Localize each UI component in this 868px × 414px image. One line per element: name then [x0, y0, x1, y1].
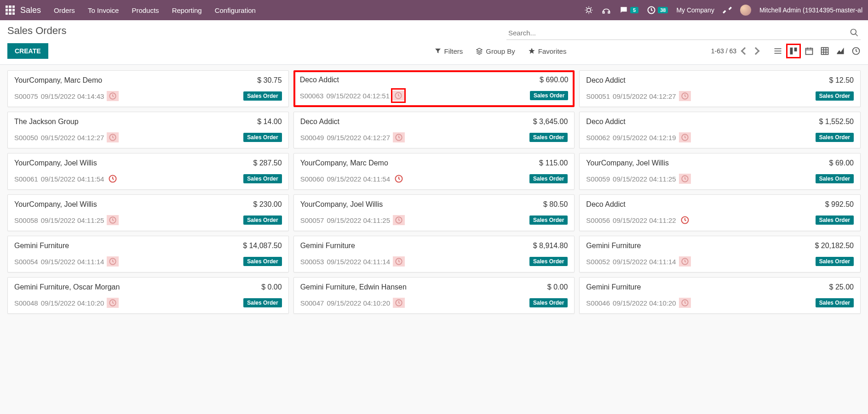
pager-text: 1-63 / 63	[711, 47, 736, 55]
pager-next[interactable]	[752, 47, 760, 55]
favorites-button[interactable]: Favorites	[528, 47, 567, 55]
nav-to-invoice[interactable]: To Invoice	[88, 6, 119, 14]
tools-icon[interactable]	[723, 6, 732, 15]
activity-clock-icon[interactable]	[393, 297, 405, 309]
activity-clock-icon[interactable]	[393, 255, 405, 267]
search-icon[interactable]	[850, 28, 859, 37]
topnav: Sales Orders To Invoice Products Reporti…	[0, 0, 868, 20]
status-badge: Sales Order	[529, 216, 568, 225]
order-reference: S00049	[300, 134, 324, 142]
activity-clock-icon[interactable]	[393, 173, 405, 185]
customer-name: Deco Addict	[586, 200, 625, 209]
kanban-card[interactable]: YourCompany, Marc Demo$ 30.75S0007509/15…	[7, 70, 289, 107]
order-reference: S00063	[300, 92, 324, 100]
control-panel: Sales Orders CREATE Filters Group By	[0, 20, 868, 65]
activity-clock-icon[interactable]	[679, 214, 691, 226]
messages-icon[interactable]: 5	[619, 6, 638, 15]
kanban-card[interactable]: Deco Addict$ 3,645.00S0004909/15/2022 04…	[293, 112, 575, 148]
kanban-card[interactable]: Gemini Furniture$ 8,914.80S0005309/15/20…	[293, 236, 575, 272]
layers-icon	[476, 47, 483, 55]
create-button[interactable]: CREATE	[7, 43, 48, 59]
activity-clock-icon[interactable]	[679, 255, 691, 267]
kanban-card[interactable]: Deco Addict$ 1,552.50S0006209/15/2022 04…	[579, 112, 861, 148]
order-date: 09/15/2022 04:10:20	[327, 299, 390, 307]
order-date: 09/15/2022 04:12:19	[613, 134, 676, 142]
order-date: 09/15/2022 04:11:54	[41, 175, 104, 183]
activity-clock-icon[interactable]	[679, 297, 691, 309]
kanban-card[interactable]: Deco Addict$ 12.50S0005109/15/2022 04:12…	[579, 70, 861, 107]
kanban-card[interactable]: YourCompany, Joel Willis$ 287.50S0006109…	[7, 153, 289, 190]
customer-name: YourCompany, Joel Willis	[14, 159, 97, 167]
apps-icon[interactable]	[6, 6, 15, 15]
groupby-button[interactable]: Group By	[476, 47, 515, 55]
search-wrap	[506, 26, 861, 40]
customer-name: Deco Addict	[586, 76, 625, 85]
customer-name: Gemini Furniture, Oscar Morgan	[14, 283, 120, 291]
activity-clock-icon[interactable]	[107, 173, 119, 185]
brand[interactable]: Sales	[20, 6, 41, 15]
activity-clock-icon[interactable]	[107, 214, 119, 226]
kanban-card[interactable]: YourCompany, Joel Willis$ 69.00S0005909/…	[579, 153, 861, 190]
order-reference: S00058	[14, 216, 38, 224]
kanban-card[interactable]: Gemini Furniture$ 14,087.50S0005409/15/2…	[7, 236, 289, 272]
order-amount: $ 14,087.50	[243, 242, 282, 250]
order-reference: S00061	[14, 175, 38, 183]
order-reference: S00051	[586, 92, 610, 100]
activity-clock-icon[interactable]	[107, 255, 119, 267]
activity-clock-icon[interactable]	[107, 297, 119, 309]
graph-view-icon[interactable]	[836, 46, 845, 56]
customer-name: Gemini Furniture, Edwin Hansen	[300, 283, 407, 291]
support-icon[interactable]	[602, 6, 611, 15]
kanban-card[interactable]: Gemini Furniture$ 25.00S0004609/15/2022 …	[579, 277, 861, 314]
activity-clock-icon[interactable]	[107, 131, 119, 143]
order-reference: S00059	[586, 175, 610, 183]
nav-products[interactable]: Products	[132, 6, 159, 14]
avatar[interactable]	[740, 5, 751, 16]
activity-clock-icon[interactable]	[679, 131, 691, 143]
calendar-view-icon[interactable]	[805, 46, 814, 56]
order-amount: $ 0.00	[261, 283, 282, 291]
nav-reporting[interactable]: Reporting	[172, 6, 202, 14]
activity-clock-icon[interactable]	[393, 214, 405, 226]
nav-orders[interactable]: Orders	[54, 6, 75, 14]
kanban-card[interactable]: Deco Addict$ 992.50S0005609/15/2022 04:1…	[579, 194, 861, 231]
pivot-view-icon[interactable]	[820, 46, 829, 56]
svg-rect-5	[806, 48, 813, 54]
groupby-label: Group By	[486, 47, 515, 55]
kanban-card[interactable]: Gemini Furniture$ 20,182.50S0005209/15/2…	[579, 236, 861, 272]
order-amount: $ 230.00	[253, 200, 282, 209]
pager-prev[interactable]	[741, 47, 749, 55]
view-switcher	[773, 46, 861, 56]
activity-clock-icon[interactable]	[393, 131, 405, 143]
activity-clock-icon[interactable]	[679, 173, 691, 185]
activities-icon[interactable]: 38	[647, 6, 668, 15]
kanban-card[interactable]: Gemini Furniture, Edwin Hansen$ 0.00S000…	[293, 277, 575, 314]
nav-configuration[interactable]: Configuration	[215, 6, 256, 14]
search-input[interactable]	[506, 26, 861, 40]
customer-name: Gemini Furniture	[586, 242, 641, 250]
user-name[interactable]: Mitchell Admin (19314395-master-al	[759, 6, 862, 14]
kanban-card[interactable]: Deco Addict$ 690.00S0006309/15/2022 04:1…	[293, 70, 575, 107]
kanban-card[interactable]: YourCompany, Marc Demo$ 115.00S0006009/1…	[293, 153, 575, 190]
customer-name: Gemini Furniture	[300, 242, 355, 250]
bug-icon[interactable]	[584, 6, 593, 15]
kanban-card[interactable]: The Jackson Group$ 14.00S0005009/15/2022…	[7, 112, 289, 148]
kanban-view-icon[interactable]	[789, 46, 798, 56]
activity-view-icon[interactable]	[851, 46, 861, 56]
kanban-card[interactable]: YourCompany, Joel Willis$ 230.00S0005809…	[7, 194, 289, 231]
activity-clock-icon[interactable]	[679, 90, 691, 102]
company-name[interactable]: My Company	[676, 6, 714, 14]
favorites-label: Favorites	[538, 47, 567, 55]
order-reference: S00057	[300, 216, 324, 224]
kanban-card[interactable]: YourCompany, Joel Willis$ 80.50S0005709/…	[293, 194, 575, 231]
kanban-card[interactable]: Gemini Furniture, Oscar Morgan$ 0.00S000…	[7, 277, 289, 314]
activity-clock-icon[interactable]	[392, 90, 404, 102]
customer-name: YourCompany, Marc Demo	[300, 159, 388, 167]
order-date: 09/15/2022 04:12:27	[41, 134, 104, 142]
list-view-icon[interactable]	[773, 46, 782, 56]
order-date: 09/15/2022 04:11:25	[327, 216, 390, 224]
order-amount: $ 14.00	[257, 118, 282, 126]
filters-button[interactable]: Filters	[434, 47, 463, 55]
order-reference: S00075	[14, 92, 38, 100]
activity-clock-icon[interactable]	[107, 90, 119, 102]
